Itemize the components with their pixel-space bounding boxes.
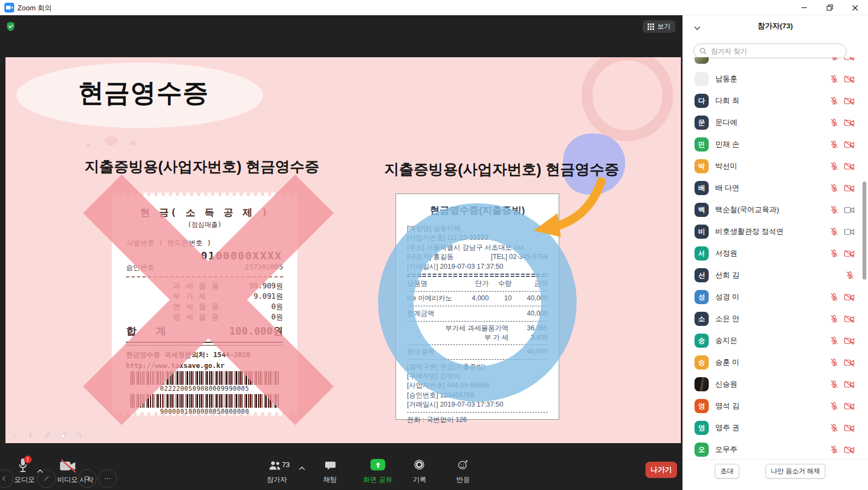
participant-search[interactable] — [693, 44, 847, 58]
participant-row[interactable]: 문문다예 — [683, 112, 868, 134]
mic-off-icon — [830, 380, 839, 389]
receipt-line-bignum: 0100000XXXX — [127, 249, 282, 262]
participant-row[interactable]: 성성경 이 — [683, 286, 868, 308]
participants-chevron[interactable] — [299, 463, 305, 473]
camera-off-icon — [844, 119, 854, 127]
scrollbar-thumb[interactable] — [863, 182, 866, 280]
participant-row[interactable]: 송송지은 — [683, 330, 868, 352]
search-icon — [699, 47, 707, 55]
participant-row[interactable]: 다다희 최 — [683, 90, 868, 112]
participant-row[interactable]: 서서정원 — [683, 243, 868, 264]
participant-row[interactable]: 박박선미 — [683, 155, 868, 177]
invite-button[interactable]: 초대 — [715, 464, 739, 479]
participant-row[interactable]: 배배 다연 — [683, 177, 868, 199]
participant-avatar: 백 — [695, 203, 709, 217]
audio-button[interactable]: ! — [16, 457, 29, 476]
leave-button[interactable]: 나가기 — [645, 462, 677, 478]
participant-row[interactable]: 오오무주 — [683, 439, 868, 459]
copy-icon — [60, 432, 67, 439]
participant-avatar: 오 — [695, 443, 709, 457]
participant-avatar: 문 — [695, 116, 709, 130]
participant-row[interactable]: 민민채 손 — [683, 134, 868, 155]
participant-name: 박선미 — [715, 161, 823, 171]
participant-name: 영석 김 — [715, 401, 823, 411]
meeting-main-area: 보기 현금영수증 지출증빙용(사업자번호) 현금영수증 지출증빙용(사업자번호)… — [0, 15, 683, 490]
camera-on-icon — [844, 228, 854, 236]
participant-row[interactable]: 남동훈 — [683, 68, 868, 90]
receipt-line-amt: 영 세 물 품0원 — [126, 312, 283, 322]
audio-options-chevron[interactable] — [37, 465, 43, 475]
participant-row[interactable]: 영영석 김 — [683, 395, 868, 417]
mic-off-icon — [830, 445, 839, 454]
participant-name: 문다예 — [715, 118, 823, 128]
minimize-button[interactable] — [791, 0, 817, 15]
mic-off-icon — [830, 358, 839, 367]
participant-avatar: 서 — [695, 246, 709, 261]
deduction-receipt-body: 현 금( 소 득 공 제 )(점심매출)식별번호 ( 핸드폰번호 )010000… — [126, 204, 283, 415]
record-button[interactable] — [414, 459, 425, 473]
participant-name: 다희 최 — [715, 96, 823, 106]
start-video-button[interactable] — [59, 459, 77, 475]
play-slide-button[interactable] — [25, 429, 37, 441]
camera-off-icon — [844, 57, 854, 61]
participant-row[interactable]: 백백순철(국어교육과) — [683, 199, 868, 221]
participants-count: 73 — [282, 461, 290, 469]
receipt-line-rightpair: 부 가 세3,635 — [407, 333, 548, 342]
panel-title: 참가자(73) — [683, 21, 868, 31]
participants-button[interactable] — [268, 460, 282, 473]
receipt-line-dbl — [126, 342, 283, 346]
participant-name: 서정원 — [715, 249, 823, 258]
participant-row[interactable]: 소소은 안 — [683, 308, 868, 330]
participant-name: 오무주 — [715, 445, 823, 455]
security-shield-icon[interactable] — [6, 21, 15, 34]
camera-off-icon — [844, 337, 854, 345]
camera-off-icon — [844, 380, 854, 389]
ellipsis-icon — [103, 474, 112, 483]
camera-off-icon — [844, 141, 854, 149]
reactions-button[interactable] — [457, 459, 469, 473]
search-input[interactable] — [710, 47, 841, 56]
receipt-line-text: 식별번호 ( 핸드폰번호 ) — [126, 238, 283, 248]
zoom-search-button[interactable] — [74, 429, 86, 441]
participant-row[interactable]: 선선희 김 — [683, 264, 868, 286]
participant-status-icons — [830, 293, 854, 301]
chat-button[interactable] — [325, 461, 336, 473]
unmute-me-button[interactable]: 나만 음소거 해제 — [765, 464, 825, 479]
camera-on-icon — [844, 206, 854, 214]
participant-avatar — [695, 72, 709, 86]
receipt-line-split: 합계금액40,000 — [407, 309, 548, 318]
prev-slide-button[interactable] — [9, 429, 20, 441]
draw-button[interactable] — [41, 429, 53, 441]
view-button[interactable]: 보기 — [643, 20, 675, 33]
copy-button[interactable] — [58, 429, 69, 441]
participants-icon — [268, 460, 282, 470]
participant-avatar — [695, 377, 709, 391]
close-button[interactable] — [842, 0, 868, 15]
annotation-more-button[interactable] — [98, 469, 117, 488]
restore-button[interactable] — [817, 0, 842, 15]
zoom-app-icon — [4, 3, 14, 13]
participant-row[interactable]: 비비호생활관장 정석연 — [683, 221, 868, 243]
participant-row[interactable]: 신승원 — [683, 373, 868, 395]
play-icon — [27, 432, 34, 439]
participant-avatar: 선 — [695, 268, 709, 282]
participant-row[interactable]: 영영주 권 — [683, 417, 868, 439]
more-options-button[interactable] — [91, 429, 102, 441]
share-screen-button[interactable] — [370, 459, 385, 470]
participant-status-icons — [830, 184, 854, 192]
receipt-line-barcode: 0222200509080009990005 — [126, 371, 283, 392]
participant-avatar: 송 — [695, 334, 709, 348]
record-icon — [414, 459, 425, 470]
participant-name: 민채 손 — [715, 140, 823, 149]
mic-off-icon — [830, 205, 839, 214]
participant-avatar: 영 — [695, 421, 709, 435]
participant-row[interactable]: 승승훈 이 — [683, 352, 868, 373]
expense-receipt-body: [매장명] 길동카페[사업자번호] 111-22-33333[주소] 서울특별시… — [407, 224, 548, 425]
participant-status-icons — [830, 75, 854, 83]
participant-name: 남동훈 — [715, 74, 823, 84]
mic-off-icon — [830, 227, 839, 236]
left-receipt-heading: 지출증빙용(사업자번호) 현금영수증 — [74, 157, 330, 177]
participant-row[interactable] — [683, 57, 868, 68]
share-up-arrow-icon — [374, 461, 382, 469]
participant-name: 영주 권 — [715, 423, 823, 433]
